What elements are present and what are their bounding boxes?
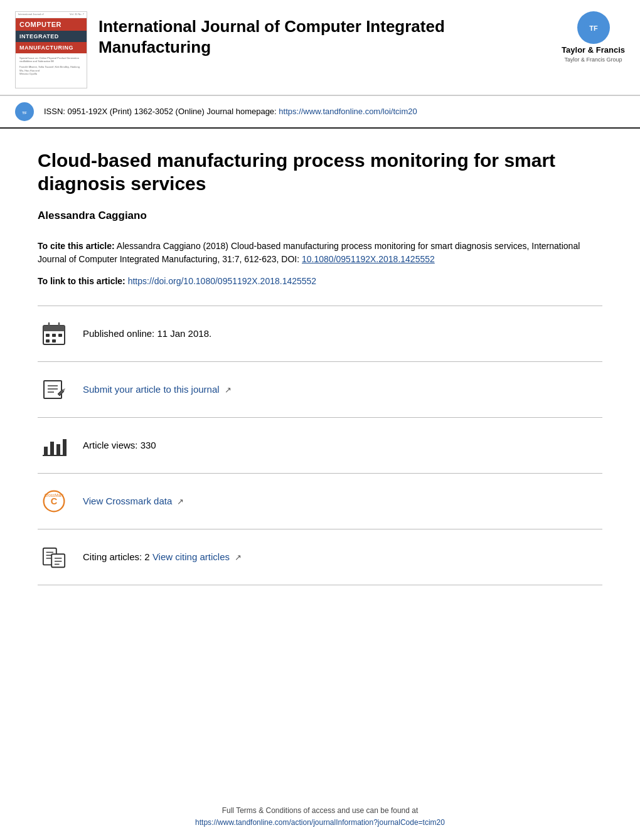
published-text: Published online: 11 Jan 2018.	[83, 328, 211, 339]
article-title: Cloud-based manufacturing process monito…	[38, 149, 602, 196]
feature-row-published: Published online: 11 Jan 2018.	[38, 306, 602, 361]
cover-band2: INTEGRATED	[16, 31, 87, 42]
journal-cover: International Journal of Vol. 31 No. 7 C…	[15, 11, 87, 88]
tf-logo-circle: TF	[577, 11, 610, 44]
header-left: International Journal of Vol. 31 No. 7 C…	[15, 11, 445, 88]
journal-title: International Journal of Computer Integr…	[99, 16, 445, 57]
feature-row-citing[interactable]: Citing articles: 2 View citing articles …	[38, 529, 602, 585]
cite-doi-link[interactable]: 10.1080/0951192X.2018.1425552	[302, 254, 435, 264]
views-text: Article views: 330	[83, 440, 156, 450]
feature-row-crossmark[interactable]: C CrossMark View Crossmark data ↗	[38, 473, 602, 529]
chart-icon	[38, 429, 70, 462]
citation-block: To cite this article: Alessandra Caggian…	[38, 240, 602, 266]
main-content: Cloud-based manufacturing process monito…	[0, 129, 640, 787]
svg-rect-9	[52, 334, 56, 337]
footer: Full Terms & Conditions of access and us…	[0, 787, 640, 840]
crossmark-text: View Crossmark data ↗	[83, 496, 184, 506]
cover-band1: COMPUTER	[16, 18, 87, 31]
crossmark-external-icon: ↗	[177, 497, 184, 506]
svg-rect-17	[44, 447, 48, 455]
cite-label: To cite this article:	[38, 241, 115, 251]
svg-rect-20	[63, 439, 67, 455]
issn-link[interactable]: https://www.tandfonline.com/loi/tcim20	[279, 107, 417, 116]
citing-icon	[38, 541, 70, 573]
footer-link[interactable]: https://www.tandfonline.com/action/journ…	[195, 818, 445, 827]
issn-tf-logo: TF	[15, 102, 34, 121]
svg-rect-18	[50, 442, 54, 455]
calendar-icon	[38, 317, 70, 350]
svg-text:TF: TF	[589, 24, 598, 32]
crossmark-icon: C CrossMark	[38, 485, 70, 518]
svg-rect-29	[51, 554, 65, 567]
citing-text: Citing articles: 2 View citing articles …	[83, 551, 242, 562]
svg-rect-19	[56, 444, 60, 455]
feature-row-submit[interactable]: Submit your article to this journal ↗	[38, 361, 602, 417]
feature-list: Published online: 11 Jan 2018. Submit yo…	[38, 306, 602, 585]
tf-logo-name: Taylor & Francis	[562, 45, 625, 55]
header: International Journal of Vol. 31 No. 7 C…	[0, 0, 640, 96]
svg-text:C: C	[51, 496, 58, 506]
citing-link[interactable]: View citing articles	[152, 551, 230, 562]
cover-body: Special Issue on: Online Physical Produc…	[16, 53, 87, 88]
svg-rect-8	[46, 334, 50, 337]
cover-top-bar: International Journal of Vol. 31 No. 7	[16, 12, 87, 18]
citing-external-icon: ↗	[235, 553, 242, 562]
footer-line1: Full Terms & Conditions of access and us…	[38, 805, 602, 817]
issn-text: ISSN: 0951-192X (Print) 1362-3052 (Onlin…	[44, 107, 417, 116]
feature-row-views: Article views: 330	[38, 417, 602, 473]
svg-rect-10	[58, 334, 62, 337]
tf-logo-sub: Taylor & Francis Group	[565, 56, 622, 63]
issn-bar: TF ISSN: 0951-192X (Print) 1362-3052 (On…	[0, 96, 640, 129]
submit-icon	[38, 373, 70, 406]
submit-link[interactable]: Submit your article to this journal	[83, 384, 220, 395]
crossmark-link[interactable]: View Crossmark data	[83, 496, 172, 506]
article-doi-link[interactable]: https://doi.org/10.1080/0951192X.2018.14…	[128, 276, 316, 286]
journal-title-block: International Journal of Computer Integr…	[99, 11, 445, 57]
tf-logo: TF Taylor & Francis Taylor & Francis Gro…	[562, 11, 625, 63]
svg-text:TF: TF	[22, 111, 27, 115]
link-row: To link to this article: https://doi.org…	[38, 275, 602, 288]
issn-logo-wrap: TF	[15, 102, 34, 121]
link-label: To link to this article:	[38, 276, 125, 286]
citation-text: To cite this article: Alessandra Caggian…	[38, 240, 602, 266]
author-name: Alessandra Caggiano	[38, 210, 602, 222]
cover-band3: MANUFACTURING	[16, 42, 87, 53]
submit-external-icon: ↗	[225, 385, 232, 395]
submit-text: Submit your article to this journal ↗	[83, 384, 232, 395]
svg-rect-5	[43, 326, 65, 331]
svg-rect-13	[44, 381, 61, 398]
svg-text:CrossMark: CrossMark	[45, 493, 65, 497]
svg-rect-12	[52, 339, 56, 343]
footer-line2: https://www.tandfonline.com/action/journ…	[38, 817, 602, 829]
svg-rect-11	[46, 339, 50, 343]
